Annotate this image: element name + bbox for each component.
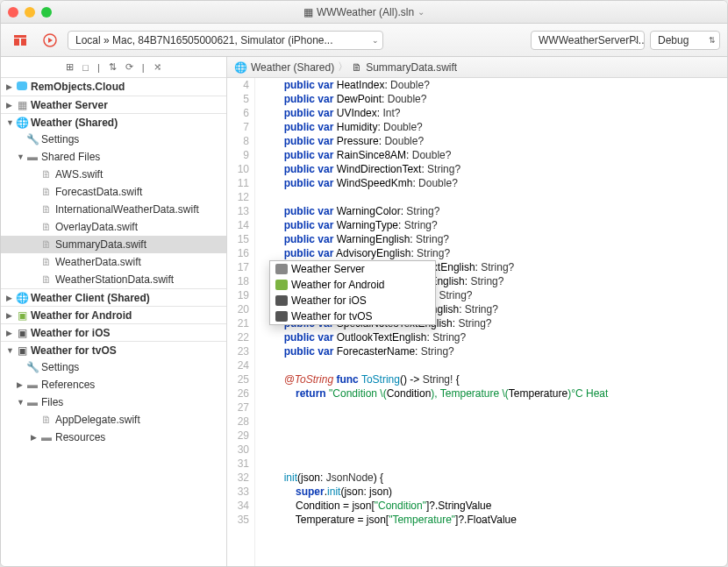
config-selector[interactable]: Debug ⇅ <box>650 31 720 50</box>
tree-item-resources[interactable]: ▶▬Resources <box>1 429 226 446</box>
tree-item-weatherdata-swift[interactable]: 🗎WeatherData.swift <box>1 253 226 271</box>
android-icon: ▣ <box>18 309 27 322</box>
tree-item-aws-swift[interactable]: 🗎AWS.swift <box>1 166 226 183</box>
tree-label: Weather for Android <box>31 309 132 322</box>
ios-icon: ▣ <box>18 327 27 339</box>
tree-item-weather-for-android[interactable]: ▶▣Weather for Android <box>1 306 226 323</box>
file-icon: 🗎 <box>41 186 52 198</box>
tvos-icon: ▣ <box>18 344 27 357</box>
disclosure-arrow[interactable]: ▼ <box>17 398 25 407</box>
disclosure-arrow[interactable]: ▶ <box>6 294 15 302</box>
tool-shuffle-icon[interactable]: ⤨ <box>153 61 161 73</box>
tool-refresh-icon[interactable]: ⟳ <box>125 61 133 73</box>
disclosure-arrow[interactable]: ▶ <box>6 311 15 320</box>
tree-item-weather-for-tvos[interactable]: ▼▣Weather for tvOS <box>1 341 226 358</box>
tree-label: WeatherData.swift <box>55 256 141 268</box>
tree-item-overlaydata-swift[interactable]: 🗎OverlayData.swift <box>1 218 226 236</box>
tree-label: ForecastData.swift <box>55 186 142 198</box>
tree-item-files[interactable]: ▼▬Files <box>1 393 226 411</box>
divider: | <box>142 62 145 73</box>
tool-sort-icon[interactable]: ⇅ <box>109 61 117 73</box>
chevron-down-icon[interactable]: ⌄ <box>418 7 425 17</box>
disclosure-arrow[interactable]: ▶ <box>17 380 25 389</box>
ios-icon <box>275 295 288 306</box>
title-text: WWWeather (All).sln <box>317 6 414 18</box>
completion-popup[interactable]: Weather ServerWeather for AndroidWeather… <box>269 260 436 325</box>
completion-item[interactable]: Weather Server <box>270 261 435 277</box>
tree-item-remobjects-cloud[interactable]: ▶RemObjects.Cloud <box>1 78 226 96</box>
tree-item-weather-client-shared-[interactable]: ▶🌐Weather Client (Shared) <box>1 288 226 306</box>
sidebar: ⊞ □ | ⇅ ⟳ | ⤨ ▶RemObjects.Cloud▶▦Weather… <box>1 57 227 566</box>
tree-label: Shared Files <box>41 151 100 163</box>
disclosure-arrow[interactable]: ▼ <box>17 152 25 161</box>
file-icon: 🗎 <box>41 203 52 216</box>
tree-label: Weather (Shared) <box>31 117 118 129</box>
divider: | <box>97 62 100 73</box>
traffic-lights <box>8 7 52 18</box>
completion-label: Weather for iOS <box>291 294 367 307</box>
crumb-file[interactable]: SummaryData.swift <box>366 61 457 74</box>
code-editor[interactable]: 4567891011121314151617181920212223242526… <box>227 78 727 566</box>
crumb-project[interactable]: Weather (Shared) <box>251 61 334 74</box>
folder-icon: ▬ <box>27 379 38 391</box>
tree-label: WeatherStationData.swift <box>55 273 174 286</box>
server-icon <box>275 264 288 274</box>
tree-item-forecastdata-swift[interactable]: 🗎ForecastData.swift <box>1 183 226 201</box>
tree-item-shared-files[interactable]: ▼▬Shared Files <box>1 148 226 166</box>
minimize-button[interactable] <box>25 7 35 18</box>
tree-item-weather-server[interactable]: ▶▦Weather Server <box>1 96 226 113</box>
tree-item-appdelegate-swift[interactable]: 🗎AppDelegate.swift <box>1 411 226 429</box>
config-label: Debug <box>658 34 689 46</box>
body: ⊞ □ | ⇅ ⟳ | ⤨ ▶RemObjects.Cloud▶▦Weather… <box>1 57 727 566</box>
tree-label: Weather Client (Shared) <box>31 292 150 304</box>
tree-label: InternationalWeatherData.swift <box>55 203 199 216</box>
completion-item[interactable]: Weather for iOS <box>270 293 435 308</box>
server-icon: ▦ <box>18 99 27 111</box>
close-button[interactable] <box>8 7 18 18</box>
file-icon: 🗎 <box>352 61 362 74</box>
window-title: ▦ WWWeather (All).sln ⌄ <box>303 6 425 18</box>
disclosure-arrow[interactable]: ▶ <box>6 101 15 110</box>
project-selector[interactable]: WWWeatherServerPl... ⌄ <box>531 31 645 50</box>
toolbar: Local » Mac, 84B7N16505000621, Simulator… <box>1 24 727 57</box>
line-gutter: 4567891011121314151617181920212223242526… <box>227 78 255 566</box>
tool-filter-icon[interactable]: □ <box>82 62 89 73</box>
tree-label: Weather Server <box>31 99 108 111</box>
tree-item-settings[interactable]: 🔧Settings <box>1 358 226 376</box>
completion-item[interactable]: Weather for Android <box>270 277 435 293</box>
tool-outline-icon[interactable]: ⊞ <box>66 61 74 73</box>
sidebar-tools: ⊞ □ | ⇅ ⟳ | ⤨ <box>1 57 226 78</box>
disclosure-arrow[interactable]: ▶ <box>6 82 15 91</box>
tree-item-weather-for-ios[interactable]: ▶▣Weather for iOS <box>1 323 226 341</box>
zoom-button[interactable] <box>41 7 52 18</box>
disclosure-arrow[interactable]: ▼ <box>6 118 15 127</box>
tree-label: References <box>41 379 95 391</box>
tree-item-internationalweatherdata-swift[interactable]: 🗎InternationalWeatherData.swift <box>1 201 226 218</box>
disclosure-arrow[interactable]: ▼ <box>6 346 15 355</box>
disclosure-arrow[interactable]: ▶ <box>31 433 39 442</box>
target-selector[interactable]: Local » Mac, 84B7N16505000621, Simulator… <box>68 31 383 50</box>
tree-label: Settings <box>41 361 79 373</box>
file-icon: 🗎 <box>41 221 52 233</box>
tree-item-weatherstationdata-swift[interactable]: 🗎WeatherStationData.swift <box>1 271 226 288</box>
tree-item-weather-shared-[interactable]: ▼🌐Weather (Shared) <box>1 113 226 131</box>
chevron-updown-icon: ⇅ <box>709 36 716 45</box>
disclosure-arrow[interactable]: ▶ <box>6 329 15 337</box>
tree-label: Settings <box>41 133 79 145</box>
tree-item-summarydata-swift[interactable]: 🗎SummaryData.swift <box>1 236 226 253</box>
file-icon: 🗎 <box>41 414 52 426</box>
project-label: WWWeatherServerPl... <box>539 34 645 46</box>
tree-label: OverlayData.swift <box>55 221 138 233</box>
build-button[interactable] <box>8 30 32 51</box>
run-button[interactable] <box>38 30 62 51</box>
chevron-down-icon: ⌄ <box>372 36 379 45</box>
tvos-icon <box>275 311 288 322</box>
completion-item[interactable]: Weather for tvOS <box>270 308 435 324</box>
tree-item-references[interactable]: ▶▬References <box>1 376 226 393</box>
tree-label: Weather for tvOS <box>31 344 117 357</box>
tree-item-settings[interactable]: 🔧Settings <box>1 131 226 148</box>
tree-label: AppDelegate.swift <box>55 414 140 426</box>
project-tree[interactable]: ▶RemObjects.Cloud▶▦Weather Server▼🌐Weath… <box>1 78 226 566</box>
completion-label: Weather for Android <box>291 279 385 291</box>
file-icon: 🗎 <box>41 273 52 286</box>
